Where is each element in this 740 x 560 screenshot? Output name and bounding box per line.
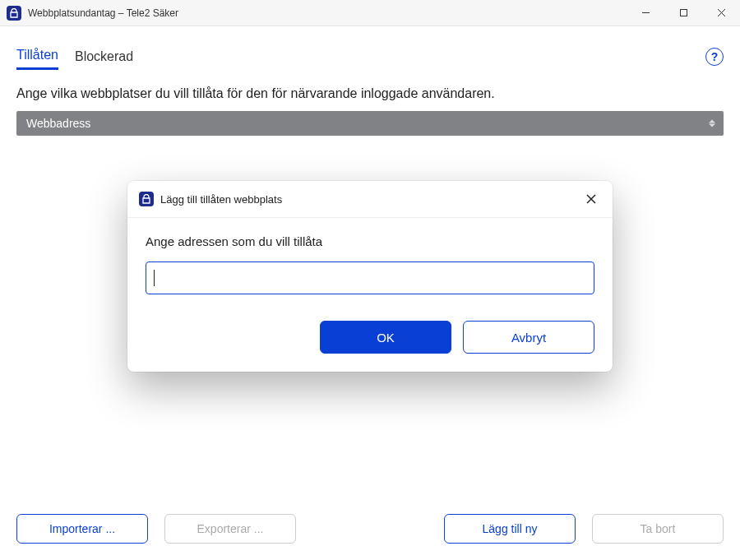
column-header-label: Webbadress <box>26 117 90 130</box>
dialog-logo-icon <box>139 192 154 206</box>
tabs-row: Tillåten Blockerad ? <box>0 26 740 70</box>
window-title: Webbplatsundantag – Tele2 Säker <box>28 7 178 19</box>
import-button[interactable]: Importerar ... <box>16 514 148 544</box>
maximize-button[interactable] <box>664 0 702 26</box>
add-allowed-site-dialog: Lägg till tillåten webbplats Ange adress… <box>127 181 613 372</box>
cancel-button[interactable]: Avbryt <box>463 321 594 354</box>
ok-button[interactable]: OK <box>320 321 451 354</box>
text-caret <box>154 270 155 286</box>
tab-blocked[interactable]: Blockerad <box>75 44 133 69</box>
window-controls <box>627 0 740 26</box>
column-header-web-address[interactable]: Webbadress <box>16 111 724 136</box>
address-input[interactable] <box>146 261 594 294</box>
dialog-prompt: Ange adressen som du vill tillåta <box>146 234 594 248</box>
dialog-body: Ange adressen som du vill tillåta <box>127 218 613 303</box>
titlebar: Webbplatsundantag – Tele2 Säker <box>0 0 740 26</box>
app-logo-icon <box>7 6 21 21</box>
sort-icon[interactable] <box>709 120 715 127</box>
export-button: Exporterar ... <box>164 514 296 544</box>
minimize-button[interactable] <box>627 0 664 26</box>
dialog-close-button[interactable] <box>581 189 601 209</box>
page-instruction: Ange vilka webbplatser du vill tillåta f… <box>0 70 740 111</box>
dialog-header: Lägg till tillåten webbplats <box>127 181 613 218</box>
dialog-title: Lägg till tillåten webbplats <box>160 193 282 206</box>
remove-button: Ta bort <box>592 514 724 544</box>
add-new-button[interactable]: Lägg till ny <box>444 514 576 544</box>
svg-rect-1 <box>680 10 687 16</box>
bottom-toolbar: Importerar ... Exporterar ... Lägg till … <box>0 514 740 544</box>
close-button[interactable] <box>702 0 740 26</box>
help-icon[interactable]: ? <box>705 48 724 66</box>
dialog-actions: OK Avbryt <box>127 303 613 372</box>
tab-allowed[interactable]: Tillåten <box>16 43 58 70</box>
